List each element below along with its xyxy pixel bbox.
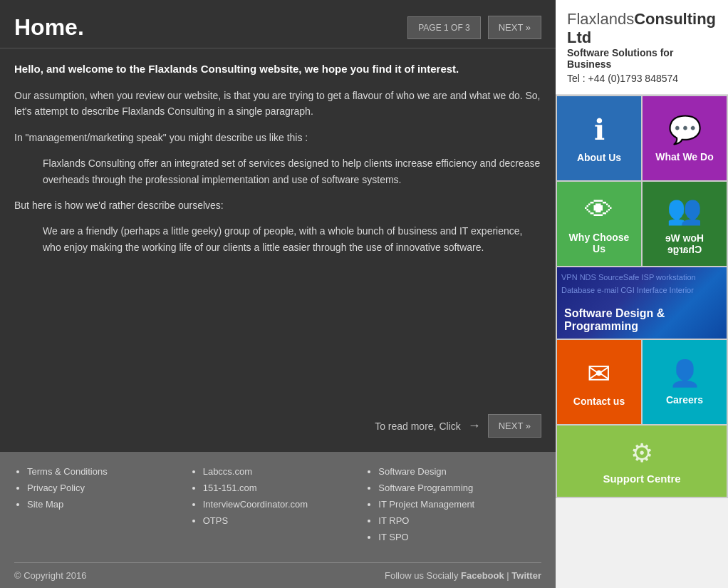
page-indicator: PAGE 1 OF 3	[407, 16, 480, 39]
footer-col-3: Software Design Software Programming IT …	[365, 466, 541, 548]
next-button[interactable]: NEXT »	[488, 16, 541, 39]
sidebar-tile-careers[interactable]: 👤 Careers	[643, 340, 727, 424]
sidebar-tile-support[interactable]: ⚙ Support Centre	[557, 425, 727, 497]
terms-link[interactable]: Terms & Conditions	[27, 466, 108, 477]
person-icon: 👥	[667, 193, 702, 227]
paragraph-3: But here is how we'd rather describe our…	[14, 197, 541, 213]
footer-item[interactable]: 151-151.com	[203, 483, 366, 493]
software-bg: VPN NDS SourceSafe ISP workstation Datab…	[557, 267, 727, 339]
sidebar-tile-software[interactable]: VPN NDS SourceSafe ISP workstation Datab…	[557, 267, 727, 339]
arrow-right-icon: →	[468, 418, 481, 433]
footer: Terms & Conditions Privacy Policy Site M…	[0, 452, 556, 588]
it-project-link[interactable]: IT Project Management	[378, 499, 474, 510]
separator: |	[506, 570, 509, 581]
facebook-link[interactable]: Facebook	[461, 570, 504, 581]
sidebar-tile-contact-us[interactable]: ✉ Contact us	[557, 340, 641, 424]
eye-icon: 👁	[585, 194, 613, 226]
bottom-navigation: To read more, Click → NEXT »	[0, 407, 556, 452]
sitemap-link[interactable]: Site Map	[27, 499, 63, 510]
sidebar-tile-grid: ℹ About Us 💬 What We Do 👁 Why Choose Us …	[556, 95, 728, 498]
paragraph-2: In "management/marketing speak" you migh…	[14, 130, 541, 145]
sidebar-brand: FlaxlandsConsulting Ltd Software Solutio…	[556, 0, 728, 95]
content-area: Home. PAGE 1 OF 3 NEXT » Hello, and welc…	[0, 0, 556, 588]
twitter-link[interactable]: Twitter	[511, 570, 541, 581]
brand-telephone: Tel : +44 (0)1793 848574	[567, 73, 717, 84]
page-header: Home. PAGE 1 OF 3 NEXT »	[0, 0, 556, 48]
footer-item[interactable]: IT RPO	[378, 515, 541, 526]
privacy-link[interactable]: Privacy Policy	[27, 483, 85, 493]
footer-item[interactable]: Privacy Policy	[27, 483, 190, 493]
how-we-charge-label: How We Charge	[648, 232, 721, 255]
software-label: Software Design & Programming	[564, 307, 727, 333]
blockquote-1: Flaxlands Consulting offer an integrated…	[36, 155, 541, 187]
careers-label: Careers	[666, 394, 703, 406]
follow-text: Follow us Socially	[385, 570, 458, 581]
it-rpo-link[interactable]: IT RPO	[378, 515, 409, 526]
footer-list-2: Labccs.com 151-151.com InterviewCoordina…	[190, 466, 366, 526]
contact-us-label: Contact us	[573, 396, 625, 407]
career-icon: 👤	[669, 359, 701, 388]
page-title: Home.	[14, 14, 84, 41]
footer-list-3: Software Design Software Programming IT …	[365, 466, 541, 542]
footer-item[interactable]: IT SPO	[378, 532, 541, 542]
why-choose-us-label: Why Choose Us	[563, 232, 635, 254]
sidebar-tile-why-choose-us[interactable]: 👁 Why Choose Us	[557, 182, 641, 266]
footer-item[interactable]: Site Map	[27, 499, 190, 510]
footer-item[interactable]: Software Programming	[378, 483, 541, 493]
to-read-text: To read more, Click	[375, 421, 461, 432]
brand-name: FlaxlandsConsulting Ltd	[567, 10, 717, 47]
copyright-text: © Copyright 2016	[14, 570, 86, 581]
about-us-label: About Us	[577, 152, 621, 163]
info-icon: ℹ	[594, 113, 605, 146]
brand-name-plain: Flaxlands	[567, 10, 634, 28]
footer-item[interactable]: OTPS	[203, 515, 366, 526]
support-icon: ⚙	[630, 438, 653, 468]
footer-item[interactable]: InterviewCoordinator.com	[203, 499, 366, 510]
software-design-link[interactable]: Software Design	[378, 466, 446, 477]
support-label: Support Centre	[603, 473, 680, 485]
footer-col-1: Terms & Conditions Privacy Policy Site M…	[14, 466, 190, 548]
it-spo-link[interactable]: IT SPO	[378, 532, 408, 542]
software-programming-link[interactable]: Software Programming	[378, 483, 473, 493]
footer-item[interactable]: Labccs.com	[203, 466, 366, 477]
intro-text: Hello, and welcome to the Flaxlands Cons…	[14, 63, 541, 75]
page-content: Hello, and welcome to the Flaxlands Cons…	[0, 48, 556, 407]
footer-columns: Terms & Conditions Privacy Policy Site M…	[14, 466, 541, 548]
brand-subtitle: Software Solutions for Business	[567, 47, 717, 70]
151-link[interactable]: 151-151.com	[203, 483, 257, 493]
page-navigation: PAGE 1 OF 3 NEXT »	[407, 16, 541, 39]
labccs-link[interactable]: Labccs.com	[203, 466, 252, 477]
page-wrapper: Home. PAGE 1 OF 3 NEXT » Hello, and welc…	[0, 0, 728, 588]
what-we-do-label: What We Do	[655, 151, 713, 163]
social-links: Follow us Socially Facebook | Twitter	[385, 570, 541, 581]
sidebar-tile-how-we-charge[interactable]: 👥 How We Charge	[643, 182, 727, 266]
footer-item[interactable]: IT Project Management	[378, 499, 541, 510]
footer-list-1: Terms & Conditions Privacy Policy Site M…	[14, 466, 190, 510]
footer-col-2: Labccs.com 151-151.com InterviewCoordina…	[190, 466, 366, 548]
blockquote-2: We are a friendly (perhaps a little geek…	[36, 223, 541, 255]
bottom-next-button[interactable]: NEXT »	[488, 414, 541, 438]
footer-item[interactable]: Software Design	[378, 466, 541, 477]
sidebar: FlaxlandsConsulting Ltd Software Solutio…	[556, 0, 728, 588]
mail-icon: ✉	[587, 357, 611, 390]
interview-link[interactable]: InterviewCoordinator.com	[203, 499, 308, 510]
sidebar-tile-about-us[interactable]: ℹ About Us	[557, 96, 641, 180]
sidebar-tile-what-we-do[interactable]: 💬 What We Do	[643, 96, 727, 180]
paragraph-1: Our assumption, when you review our webs…	[14, 88, 541, 120]
chat-icon: 💬	[668, 114, 702, 145]
footer-item[interactable]: Terms & Conditions	[27, 466, 190, 477]
footer-bottom: © Copyright 2016 Follow us Socially Face…	[14, 562, 541, 581]
otps-link[interactable]: OTPS	[203, 515, 228, 526]
